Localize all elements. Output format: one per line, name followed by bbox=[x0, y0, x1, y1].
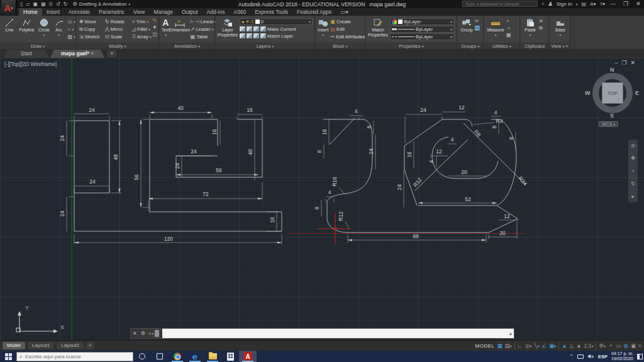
signin-caret-icon[interactable]: ▾ bbox=[576, 2, 578, 6]
maximize-button[interactable]: ❐ bbox=[621, 1, 630, 7]
layout-tab-layout1[interactable]: Layout1 bbox=[28, 342, 54, 349]
snap-mode-icon[interactable]: ▤▾ bbox=[505, 343, 512, 349]
showmotion-icon[interactable]: ▸ bbox=[631, 194, 634, 199]
tab-featured-apps[interactable]: Featured Apps bbox=[292, 8, 336, 16]
make-current-button[interactable]: Make Current bbox=[240, 26, 313, 32]
compass-west[interactable]: W bbox=[585, 90, 591, 96]
ribbon-display-toggle-icon[interactable]: ▭▾ bbox=[336, 8, 352, 16]
network-icon[interactable] bbox=[577, 354, 584, 359]
viewcube[interactable]: N S W E TOP bbox=[589, 69, 636, 117]
panel-label-block[interactable]: Block ▾ bbox=[316, 43, 365, 49]
copy-clip-icon[interactable]: ⧉ bbox=[539, 25, 543, 31]
file-tab-document[interactable]: mapa gael* × bbox=[50, 50, 104, 58]
hatch-tool-icon[interactable]: ▨▾ bbox=[67, 33, 75, 40]
search-binoculars-icon[interactable]: ⌕ bbox=[541, 1, 544, 7]
grid-display-icon[interactable]: ▦ bbox=[497, 343, 502, 349]
edit-block-button[interactable]: ▤Edit bbox=[331, 26, 369, 32]
viewcube-top-face[interactable]: TOP bbox=[602, 82, 623, 104]
action-center-icon[interactable] bbox=[637, 354, 643, 359]
viewport-controls[interactable]: [-][Top][2D Wireframe] bbox=[4, 61, 57, 67]
start-button[interactable] bbox=[0, 351, 16, 362]
compass-east[interactable]: E bbox=[635, 90, 639, 96]
command-customize-icon[interactable]: ⚙ bbox=[141, 331, 145, 336]
tab-annotate[interactable]: Annotate bbox=[64, 8, 94, 16]
zoom-icon[interactable]: ⌕ bbox=[631, 168, 634, 174]
layout-tab-layout2[interactable]: Layout2 bbox=[57, 342, 83, 349]
explode-icon[interactable]: ✷ bbox=[152, 25, 157, 30]
linetype-dropdown[interactable]: ByLayer▾ bbox=[390, 33, 454, 40]
panel-label-properties[interactable]: Properties ▾ bbox=[366, 43, 457, 49]
new-file-icon[interactable]: ▯ bbox=[20, 1, 23, 7]
annotation-scale-icon[interactable]: ▲ bbox=[576, 343, 581, 349]
command-close-icon[interactable]: ✕ bbox=[133, 331, 137, 336]
line-button[interactable]: Line bbox=[2, 16, 17, 33]
lineweight-dropdown[interactable]: ByLayer▾ bbox=[390, 26, 454, 33]
tab-insert[interactable]: Insert bbox=[42, 8, 64, 16]
mirror-button[interactable]: ⋀Mirror bbox=[105, 26, 131, 32]
panel-label-annotation[interactable]: Annotation ▾ bbox=[160, 43, 214, 49]
measure-button[interactable]: Measure▾ bbox=[486, 16, 505, 38]
model-space-indicator[interactable]: MODEL bbox=[475, 343, 495, 349]
ungroup-icon[interactable]: ◫ bbox=[475, 25, 480, 31]
edit-attributes-button[interactable]: ✑Edit Attributes▾ bbox=[331, 33, 369, 40]
id-point-icon[interactable]: ⌖ bbox=[506, 18, 511, 24]
shape-L-outline[interactable] bbox=[74, 121, 282, 231]
arc-button[interactable]: Arc▾ bbox=[53, 16, 65, 38]
new-drawing-tab-button[interactable]: + bbox=[108, 50, 116, 57]
autocad-taskbar-icon[interactable]: A bbox=[239, 351, 257, 362]
task-view-button[interactable] bbox=[151, 351, 169, 362]
clean-screen-icon[interactable]: ▣ bbox=[631, 343, 636, 349]
ucs-icon[interactable] bbox=[16, 314, 54, 332]
taskbar-search-input[interactable] bbox=[25, 354, 119, 359]
tab-parametric[interactable]: Parametric bbox=[94, 8, 129, 16]
table-button[interactable]: ▦Table bbox=[191, 33, 217, 40]
clock[interactable]: 04:17 p. m. 19/02/2020 bbox=[611, 351, 633, 361]
isolate-objects-icon[interactable]: ▭ bbox=[616, 343, 621, 349]
navigation-bar[interactable]: ◎ ✥ ⌕ ↻ ▸ bbox=[628, 140, 638, 202]
file-tab-start[interactable]: Start bbox=[4, 50, 49, 58]
autodesk-account-icon[interactable]: A▾ bbox=[590, 1, 596, 7]
volume-muted-icon[interactable]: ✕ bbox=[587, 354, 594, 359]
tray-expand-icon[interactable]: ⌃ bbox=[569, 354, 574, 359]
match-layer-button[interactable]: Match Layer bbox=[240, 33, 313, 39]
panel-label-draw[interactable]: Draw ▾ bbox=[0, 43, 75, 49]
workspace-switcher[interactable]: ⚙ Drafting & Annotation ▾ bbox=[73, 1, 131, 7]
customization-icon[interactable]: ≡ bbox=[638, 343, 641, 349]
layer-dropdown[interactable]: ● ☀ ⚿ 0 ▾ bbox=[240, 18, 313, 25]
move-button[interactable]: ✥Move bbox=[79, 18, 104, 25]
object-color-dropdown[interactable]: ByLayer▾ bbox=[390, 18, 454, 25]
drawing-canvas[interactable]: Y X 24 24 48 24 24 120 40 16 56 16 24 24… bbox=[0, 58, 644, 340]
shape-G-outline[interactable] bbox=[150, 119, 262, 212]
linear-dim-button[interactable]: ⊢⊣Linear▾ bbox=[191, 18, 217, 25]
object-snap-tracking-icon[interactable]: ∠ bbox=[542, 343, 547, 349]
tab-manage[interactable]: Manage bbox=[149, 8, 177, 16]
annotation-scale-value[interactable]: 1:1▾ bbox=[584, 343, 594, 349]
autocad-app-menu[interactable]: A▾ bbox=[1, 0, 16, 16]
leader-button[interactable]: ↗Leader▾ bbox=[191, 26, 217, 32]
tab-express-tools[interactable]: Express Tools bbox=[250, 8, 292, 16]
plot-icon[interactable]: ⎘ bbox=[49, 1, 53, 8]
group-button[interactable]: Group bbox=[459, 16, 474, 33]
workspace-gear-icon[interactable]: ⚙▾ bbox=[599, 343, 606, 349]
calculator-icon[interactable] bbox=[221, 351, 239, 362]
drawing-window-buttons[interactable]: −❐✕ bbox=[614, 60, 639, 66]
scale-button[interactable]: ⊡Scale bbox=[105, 33, 131, 40]
command-line[interactable]: ✕ ⚙ >▾ ▲ bbox=[130, 328, 514, 339]
ellipse-tool-icon[interactable]: ○▾ bbox=[67, 26, 75, 32]
chrome-icon[interactable] bbox=[169, 351, 186, 362]
minimize-button[interactable]: — bbox=[609, 1, 618, 7]
compass-north[interactable]: N bbox=[610, 67, 614, 73]
create-block-button[interactable]: ▣Create bbox=[331, 18, 369, 25]
insert-button[interactable]: Insert▾ bbox=[318, 16, 329, 38]
file-explorer-icon[interactable] bbox=[204, 351, 221, 362]
dimension-button[interactable]: 2¹ Dimension bbox=[171, 16, 189, 33]
close-tab-icon[interactable]: × bbox=[91, 50, 94, 57]
polyline-button[interactable]: Polyline bbox=[18, 16, 36, 33]
navwheel-icon[interactable]: ◎ bbox=[631, 143, 635, 148]
signin-label[interactable]: Sign In bbox=[557, 1, 572, 7]
help-search-input[interactable] bbox=[462, 1, 538, 7]
base-button[interactable]: Base▾ bbox=[552, 16, 569, 38]
copy-button[interactable]: ⧉Copy bbox=[79, 26, 104, 32]
undo-icon[interactable]: ↺ bbox=[56, 1, 60, 7]
orbit-icon[interactable]: ↻ bbox=[631, 181, 635, 187]
